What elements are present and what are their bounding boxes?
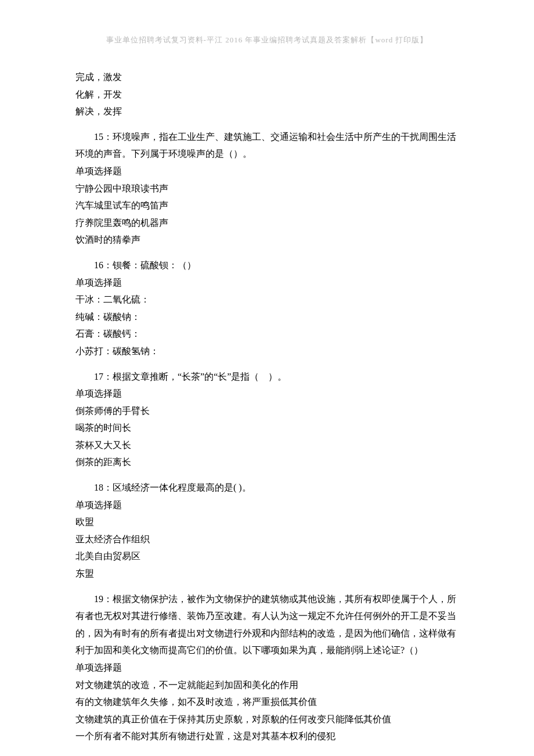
option-text: 小苏打：碳酸氢钠： bbox=[75, 343, 459, 360]
option-text: 纯碱：碳酸钠： bbox=[75, 308, 459, 326]
option-text: 茶杯又大又长 bbox=[75, 437, 459, 454]
option-text: 北美自由贸易区 bbox=[75, 548, 459, 565]
option-text: 亚太经济合作组织 bbox=[75, 531, 459, 548]
question-block: 16：钡餐：硫酸钡：（） 单项选择题 干冰：二氧化硫： 纯碱：碳酸钠： 石膏：碳… bbox=[75, 257, 459, 360]
document-content: 完成，激发 化解，开发 解决，发挥 15：环境噪声，指在工业生产、建筑施工、交通… bbox=[75, 69, 459, 756]
question-text: 17：根据文章推断，“长茶”的“长”是指（ ）。 bbox=[75, 368, 459, 386]
option-text: 汽车城里试车的鸣笛声 bbox=[75, 197, 459, 214]
option-text: 欧盟 bbox=[75, 513, 459, 531]
option-text: 东盟 bbox=[75, 565, 459, 582]
question-block: 19：根据文物保护法，被作为文物保护的建筑物或其他设施，其所有权即使属于个人，所… bbox=[75, 591, 459, 745]
option-text: 解决，发挥 bbox=[75, 103, 459, 120]
option-text: 喝茶的时间长 bbox=[75, 419, 459, 437]
option-text: 完成，激发 bbox=[75, 69, 459, 86]
question-type: 单项选择题 bbox=[75, 496, 459, 514]
question-block: 15：环境噪声，指在工业生产、建筑施工、交通运输和社会生活中所产生的干扰周围生活… bbox=[75, 128, 459, 249]
question-text: 20：当前，一些城市______于表面繁荣、豪华的发展模式，______对百姓的… bbox=[75, 753, 459, 756]
option-text: 倒茶的距离长 bbox=[75, 453, 459, 471]
question-text: 18：区域经济一体化程度最高的是( )。 bbox=[75, 479, 459, 496]
page-header: 事业单位招聘考试复习资料-平江 2016 年事业编招聘考试真题及答案解析【wor… bbox=[75, 35, 459, 45]
question-type: 单项选择题 bbox=[75, 163, 459, 180]
question-block: 18：区域经济一体化程度最高的是( )。 单项选择题 欧盟 亚太经济合作组织 北… bbox=[75, 479, 459, 582]
option-text: 一个所有者不能对其所有物进行处置，这是对其基本权利的侵犯 bbox=[75, 728, 459, 745]
question-type: 单项选择题 bbox=[75, 274, 459, 291]
option-text: 化解，开发 bbox=[75, 86, 459, 103]
option-text: 对文物建筑的改造，不一定就能起到加固和美化的作用 bbox=[75, 676, 459, 694]
option-text: 宁静公园中琅琅读书声 bbox=[75, 180, 459, 197]
option-text: 文物建筑的真正价值在于保持其历史原貌，对原貌的任何改变只能降低其价值 bbox=[75, 711, 459, 728]
option-text: 有的文物建筑年久失修，如不及时改造，将严重损低其价值 bbox=[75, 693, 459, 711]
question-text: 16：钡餐：硫酸钡：（） bbox=[75, 257, 459, 274]
question-text: 15：环境噪声，指在工业生产、建筑施工、交通运输和社会生活中所产生的干扰周围生活… bbox=[75, 128, 459, 163]
option-text: 石膏：碳酸钙： bbox=[75, 325, 459, 343]
question-type: 单项选择题 bbox=[75, 385, 459, 402]
document-page: 事业单位招聘考试复习资料-平江 2016 年事业编招聘考试真题及答案解析【wor… bbox=[0, 0, 534, 756]
option-text: 干冰：二氧化硫： bbox=[75, 291, 459, 308]
option-text: 饮酒时的猜拳声 bbox=[75, 231, 459, 249]
question-block: 20：当前，一些城市______于表面繁荣、豪华的发展模式，______对百姓的… bbox=[75, 753, 459, 756]
question-type: 单项选择题 bbox=[75, 659, 459, 676]
option-text: 倒茶师傅的手臂长 bbox=[75, 402, 459, 420]
option-text: 疗养院里轰鸣的机器声 bbox=[75, 214, 459, 232]
question-block: 17：根据文章推断，“长茶”的“长”是指（ ）。 单项选择题 倒茶师傅的手臂长 … bbox=[75, 368, 459, 471]
question-text: 19：根据文物保护法，被作为文物保护的建筑物或其他设施，其所有权即使属于个人，所… bbox=[75, 591, 459, 659]
